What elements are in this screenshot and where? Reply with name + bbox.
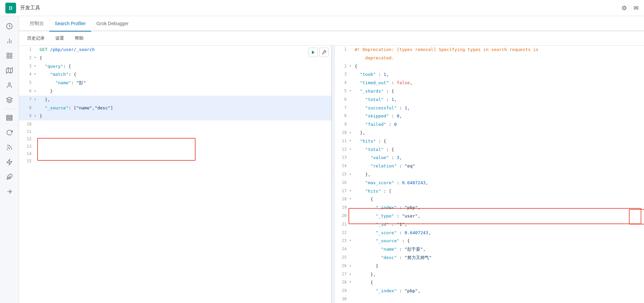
history-button[interactable]: 历史记录 bbox=[24, 34, 47, 43]
svg-point-16 bbox=[7, 149, 8, 150]
code-line: 28 ▾ { bbox=[334, 279, 644, 287]
sidebar-item-map[interactable] bbox=[3, 64, 16, 77]
code-line: 2 ▾ { bbox=[19, 54, 331, 62]
code-line: deprecated. bbox=[334, 54, 644, 62]
code-line: 13 bbox=[19, 143, 331, 150]
sidebar bbox=[0, 16, 19, 303]
tab-bar: 控制台 Search Profiler Grok Debugger bbox=[19, 16, 644, 31]
code-line: 7 "successful" : 1, bbox=[334, 104, 644, 112]
wrench-button[interactable] bbox=[319, 48, 329, 57]
sidebar-divider bbox=[4, 109, 15, 109]
code-line: 2 ▾ { bbox=[334, 62, 644, 71]
code-line: 15 bbox=[19, 157, 331, 165]
svg-rect-7 bbox=[10, 56, 12, 58]
code-line: 1 #! Deprecation: [types removal] Specif… bbox=[334, 46, 644, 54]
tab-grok-debugger[interactable]: Grok Debugger bbox=[91, 16, 134, 31]
sidebar-item-rss[interactable] bbox=[3, 141, 16, 154]
tab-console[interactable]: 控制台 bbox=[24, 16, 49, 31]
code-line: 8 "_source": ["name","desc"] bbox=[19, 104, 331, 112]
code-line: 22 "_score" : 0.6407243, bbox=[334, 229, 644, 237]
code-line: 12 bbox=[19, 135, 331, 143]
app-logo: D bbox=[5, 3, 16, 13]
code-line: 29 "_index" : "pbp", bbox=[334, 287, 644, 295]
code-line: 11 bbox=[19, 128, 331, 135]
code-line: 25 "desc" : "努力又帅气" bbox=[334, 254, 644, 262]
sidebar-item-bolt[interactable] bbox=[3, 155, 16, 169]
svg-rect-15 bbox=[7, 119, 12, 120]
top-header: D 开发工具 ⚙ ✉ bbox=[0, 0, 644, 16]
svg-point-11 bbox=[8, 83, 11, 85]
svg-rect-6 bbox=[7, 56, 9, 58]
code-line: 1 GET /pbp/user/_search bbox=[19, 46, 331, 54]
code-line: 16 "max_score" : 0.6407243, bbox=[334, 179, 644, 187]
code-line: 5 "name": "彭" bbox=[19, 79, 331, 87]
code-line: 14 "relation" : "eq" bbox=[334, 162, 644, 170]
code-line: 14 bbox=[19, 150, 331, 157]
code-line: 12 ▾ "total" : { bbox=[334, 146, 644, 154]
code-line: 8 "skipped" : 0, bbox=[334, 112, 644, 120]
sidebar-item-clock[interactable] bbox=[3, 19, 16, 33]
help-button[interactable]: 帮助 bbox=[72, 34, 86, 43]
sidebar-item-refresh[interactable] bbox=[3, 126, 16, 139]
sidebar-item-layers[interactable] bbox=[3, 93, 16, 107]
code-line: 30 bbox=[334, 295, 644, 303]
code-line: 6 ▴ } bbox=[19, 87, 331, 96]
code-line: 15 ▴ }, bbox=[334, 170, 644, 179]
right-code-editor[interactable]: 1 #! Deprecation: [types removal] Specif… bbox=[334, 46, 644, 303]
code-line: 24 "name" : "彭于晏", bbox=[334, 245, 644, 254]
code-line: 23 ▾ "_source" : { bbox=[334, 237, 644, 245]
panel-handle[interactable]: ··· bbox=[332, 46, 334, 303]
code-line: 20 "_type" : "user", bbox=[334, 212, 644, 220]
sidebar-item-stack[interactable] bbox=[3, 111, 16, 124]
code-line: 3 "took" : 1, bbox=[334, 70, 644, 79]
editor-panels: 1 GET /pbp/user/_search 2 ▾ { 3 ▾ bbox=[19, 46, 644, 303]
code-line: 19 "_index" : "pbp", bbox=[334, 204, 644, 212]
right-panel: 1 #! Deprecation: [types removal] Specif… bbox=[334, 46, 644, 303]
code-line: 27 ▴ }, bbox=[334, 270, 644, 279]
svg-marker-12 bbox=[7, 97, 12, 100]
code-line: 9 ▴ } bbox=[19, 112, 331, 120]
code-line: 11 ▾ "hits" : { bbox=[334, 137, 644, 146]
sidebar-item-user[interactable] bbox=[3, 79, 16, 92]
code-line: 7 ▴ }, bbox=[19, 96, 331, 104]
content-area: 控制台 Search Profiler Grok Debugger 历史记录 设… bbox=[19, 16, 644, 303]
sidebar-item-chart[interactable] bbox=[3, 34, 16, 48]
sidebar-item-puzzle[interactable] bbox=[3, 170, 16, 184]
app-title: 开发工具 bbox=[20, 5, 40, 11]
code-line: 5 ▾ "_shards" : { bbox=[334, 87, 644, 96]
tab-search-profiler[interactable]: Search Profiler bbox=[49, 16, 91, 31]
main-layout: 控制台 Search Profiler Grok Debugger 历史记录 设… bbox=[0, 16, 644, 303]
toolbar: 历史记录 设置 帮助 bbox=[19, 31, 644, 46]
settings-button[interactable]: 设置 bbox=[53, 34, 67, 43]
code-line: 6 "total" : 1, bbox=[334, 96, 644, 104]
code-toolbar bbox=[309, 48, 329, 57]
svg-marker-17 bbox=[7, 159, 12, 165]
svg-marker-8 bbox=[6, 68, 12, 73]
code-line: 10 ▴ }, bbox=[334, 129, 644, 137]
code-line: 18 ▾ { bbox=[334, 195, 644, 204]
left-code-editor[interactable]: 1 GET /pbp/user/_search 2 ▾ { 3 ▾ bbox=[19, 46, 331, 303]
run-button[interactable] bbox=[309, 48, 318, 57]
header-right: ⚙ ✉ bbox=[622, 4, 639, 12]
code-line: 9 "failed" : 0 bbox=[334, 120, 644, 129]
mail-icon[interactable]: ✉ bbox=[634, 4, 639, 12]
svg-rect-13 bbox=[7, 115, 12, 116]
code-line: 3 ▾ "query": { bbox=[19, 62, 331, 71]
code-line: 4 "timed_out" : false, bbox=[334, 79, 644, 87]
sidebar-item-arrow[interactable] bbox=[3, 185, 16, 198]
code-line: 26 ▴ } bbox=[334, 262, 644, 270]
svg-rect-4 bbox=[7, 53, 9, 55]
code-line: 21 "_id" : "1", bbox=[334, 220, 644, 229]
code-line: 10 bbox=[19, 120, 331, 128]
svg-rect-14 bbox=[7, 117, 12, 118]
settings-icon[interactable]: ⚙ bbox=[622, 4, 627, 12]
code-line: 17 ▾ "hits" : [ bbox=[334, 187, 644, 196]
code-line: 4 ▾ "match": { bbox=[19, 70, 331, 79]
code-line: 13 "value" : 3, bbox=[334, 154, 644, 162]
svg-marker-21 bbox=[312, 51, 314, 54]
sidebar-item-grid[interactable] bbox=[3, 49, 16, 62]
svg-rect-5 bbox=[10, 53, 12, 55]
left-panel: 1 GET /pbp/user/_search 2 ▾ { 3 ▾ bbox=[19, 46, 332, 303]
